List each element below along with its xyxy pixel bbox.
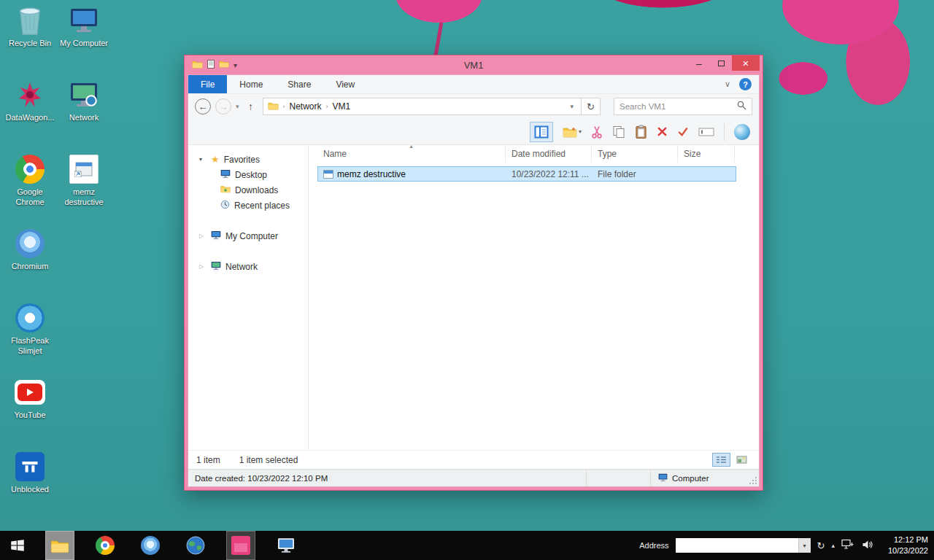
window-body: File Home Share View ∨ ? ← → ▾ ↑ › Netwo… xyxy=(188,74,760,487)
youtube-icon xyxy=(14,376,46,408)
qat-properties-icon[interactable] xyxy=(207,60,215,71)
minimize-button[interactable]: – xyxy=(688,55,710,71)
date-created-pane: Date created: 10/23/2022 12:10 PM xyxy=(188,470,587,486)
desktop-icon-grid: Recycle Bin DataWagon... Google Chrome C… xyxy=(3,4,111,525)
column-header-date-modified[interactable]: Date modified xyxy=(506,145,592,163)
desktop-icon-recycle-bin[interactable]: Recycle Bin xyxy=(3,4,57,79)
tab-view[interactable]: View xyxy=(323,75,367,93)
network-tray-icon[interactable] xyxy=(841,539,854,552)
desktop-icon-network[interactable]: Network xyxy=(57,79,111,153)
network-mini-icon xyxy=(211,261,221,273)
desktop-icon-chromium[interactable]: Chromium xyxy=(3,228,57,302)
volume-tray-icon[interactable] xyxy=(861,540,873,552)
up-button[interactable]: ↑ xyxy=(244,101,258,112)
status-bar: 1 item 1 item selected xyxy=(188,450,759,469)
close-button[interactable]: × xyxy=(732,55,760,71)
network-icon xyxy=(68,79,100,111)
desktop-icon-datawagon[interactable]: DataWagon... xyxy=(3,79,57,153)
nav-recent-places[interactable]: Recent places xyxy=(188,198,308,213)
column-header-size[interactable]: Size xyxy=(678,145,735,163)
paste-button[interactable] xyxy=(635,122,647,142)
address-bar[interactable]: › Network › VM1 ▾ xyxy=(263,98,582,115)
new-folder-button[interactable]: ▾ xyxy=(563,122,582,142)
breadcrumb-vm1[interactable]: VM1 xyxy=(333,101,351,112)
desktop-icon-memz-destructive[interactable]: memz destructive xyxy=(57,153,111,228)
taskbar-address-dropdown-icon[interactable]: ▾ xyxy=(798,538,811,553)
icon-label: DataWagon... xyxy=(6,113,55,123)
nav-my-computer[interactable]: ▷ My Computer xyxy=(188,228,308,244)
column-header-label: Name xyxy=(323,149,347,159)
qat-customize-chevron-icon[interactable]: ▾ xyxy=(234,61,237,69)
show-hidden-icons-button[interactable]: ▴ xyxy=(831,542,835,549)
desktop-icon-youtube[interactable]: YouTube xyxy=(3,376,57,451)
icon-label: Chromium xyxy=(12,262,49,272)
maximize-button[interactable] xyxy=(710,55,732,71)
nav-downloads[interactable]: Downloads xyxy=(188,182,308,198)
confirm-button[interactable] xyxy=(677,122,689,142)
breadcrumb-network[interactable]: Network xyxy=(290,101,322,112)
search-icon[interactable] xyxy=(737,101,746,112)
nav-favorites[interactable]: ▾ ★ Favorites xyxy=(188,152,308,167)
search-input[interactable] xyxy=(620,102,737,111)
cut-button[interactable] xyxy=(591,122,603,142)
details-view-button[interactable] xyxy=(712,453,730,467)
expander-icon[interactable]: ▾ xyxy=(199,156,207,163)
icon-label: Unblocked xyxy=(11,485,49,495)
refresh-button[interactable]: ↻ xyxy=(582,98,601,115)
taskbar-chrome[interactable] xyxy=(90,531,120,560)
expander-icon[interactable]: ▷ xyxy=(199,233,207,239)
file-type-cell: File folder xyxy=(593,169,679,179)
resize-grip[interactable] xyxy=(749,476,757,486)
tab-file[interactable]: File xyxy=(188,75,227,93)
expand-ribbon-chevron-icon[interactable]: ∨ xyxy=(725,79,730,89)
taskbar-chromium[interactable] xyxy=(136,531,165,560)
taskbar-pink-app[interactable] xyxy=(226,531,255,560)
change-view-button[interactable] xyxy=(530,122,553,142)
desktop-icon-unblocked[interactable]: Unblocked xyxy=(3,451,57,525)
taskbar-display-app[interactable] xyxy=(271,531,301,560)
delete-button[interactable] xyxy=(657,122,668,142)
icon-label: Network xyxy=(69,113,99,123)
recent-places-mini-icon xyxy=(220,200,230,211)
taskbar-refresh-icon[interactable]: ↻ xyxy=(817,540,825,551)
taskbar-address-input[interactable] xyxy=(676,538,798,553)
qat-new-folder-icon[interactable] xyxy=(219,60,229,70)
taskbar-clock[interactable]: 12:12 PM 10/23/2022 xyxy=(883,534,928,556)
new-item-chevron-icon[interactable]: ▾ xyxy=(579,128,582,135)
back-button[interactable]: ← xyxy=(195,98,211,114)
title-bar[interactable]: ▾ VM1 – × xyxy=(188,55,760,74)
nav-network[interactable]: ▷ Network xyxy=(188,259,308,274)
rename-button[interactable] xyxy=(698,122,714,142)
thumbnails-view-button[interactable] xyxy=(733,453,751,467)
crumb-separator-icon: › xyxy=(326,103,328,110)
shell-button[interactable] xyxy=(734,122,750,142)
column-header-type[interactable]: Type xyxy=(592,145,678,163)
date-created-text: Date created: 10/23/2022 12:10 PM xyxy=(195,474,328,483)
column-header-name[interactable]: Name ▴ xyxy=(317,145,506,163)
nav-desktop[interactable]: Desktop xyxy=(188,167,308,182)
recent-locations-chevron-icon[interactable]: ▾ xyxy=(236,103,239,110)
help-button[interactable]: ? xyxy=(739,78,752,90)
start-button[interactable] xyxy=(3,531,32,560)
file-list-area: Name ▴ Date modified Type Size xyxy=(308,145,759,450)
forward-button[interactable]: → xyxy=(215,98,231,114)
recycle-bin-icon xyxy=(14,4,46,36)
taskbar-file-explorer[interactable] xyxy=(45,531,74,560)
address-dropdown-chevron-icon[interactable]: ▾ xyxy=(567,103,576,110)
main-content: ▾ ★ Favorites Desktop Downloads xyxy=(188,145,759,450)
downloads-mini-icon xyxy=(220,184,231,195)
desktop-icon-flashpeak-slimjet[interactable]: FlashPeak Slimjet xyxy=(3,302,57,376)
tab-share[interactable]: Share xyxy=(275,75,323,93)
tab-home[interactable]: Home xyxy=(227,75,275,93)
ribbon-tab-bar: File Home Share View ∨ ? xyxy=(188,75,759,94)
taskbar: Address ▾ ↻ ▴ 12:12 PM 10/23/2022 xyxy=(0,531,934,560)
search-box[interactable] xyxy=(614,98,752,115)
desktop-icon-my-computer[interactable]: My Computer xyxy=(57,4,111,79)
taskbar-globe-browser[interactable] xyxy=(181,531,210,560)
expander-icon[interactable]: ▷ xyxy=(199,263,207,270)
crumb-separator-icon: › xyxy=(283,103,285,110)
desktop-icon-google-chrome[interactable]: Google Chrome xyxy=(3,153,57,228)
copy-button[interactable] xyxy=(612,122,625,142)
clock-time: 12:12 PM xyxy=(883,534,928,545)
file-row-memz-destructive[interactable]: memz destructive 10/23/2022 12:11 ... Fi… xyxy=(317,166,736,182)
